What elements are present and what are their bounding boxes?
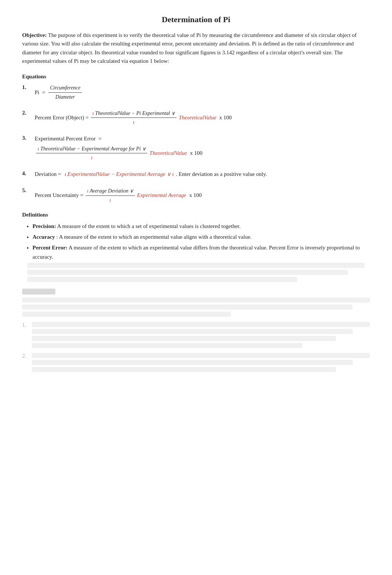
equation-4: 4. Deviation = ι ExperimentalValue − Exp…	[22, 170, 370, 179]
eq3-label: Experimental Percent Error =	[35, 136, 102, 142]
eq2-extra: TheoreticalValue	[179, 113, 216, 123]
def-percenterror-text: A measure of the extent to which an expe…	[32, 245, 360, 260]
objective-label: Objective:	[22, 32, 47, 38]
eq1-inline: Pi = Circumference Diameter	[35, 84, 83, 102]
eq2-body: Percent Error (Object) = ι TheoreticalVa…	[35, 109, 370, 127]
eq5-label: Percent Uncertainty =	[35, 191, 83, 200]
definitions-section: Definitions Precision: A measure of the …	[22, 212, 370, 282]
eq2-numerator: ι TheoreticalValue − Pi Experimental ∨	[91, 109, 176, 118]
eq5-numerator: ι Average Deviation ∨	[86, 187, 135, 196]
equation-3: 3. Experimental Percent Error = ι Theore…	[22, 134, 370, 162]
eq1-fraction: Circumference Diameter	[48, 84, 82, 102]
eq5-fraction: ι Average Deviation ∨ ι	[86, 187, 135, 205]
blurred-item-1: 1.	[22, 322, 370, 350]
def-precision-term: Precision:	[32, 223, 56, 229]
eq1-label: Pi =	[35, 88, 45, 98]
blurred-results-para-3	[22, 312, 231, 317]
eq4-note: . Enter deviation as a positive value on…	[175, 170, 267, 179]
blurred-results-para-2	[22, 304, 353, 310]
eq4-row: Deviation = ι ExperimentalValue − Experi…	[35, 170, 370, 179]
definition-precision: Precision: A measure of the extent to wh…	[32, 222, 370, 231]
def-precision-text: A measure of the extent to which a set o…	[57, 223, 241, 229]
eq2-row: Percent Error (Object) = ι TheoreticalVa…	[35, 109, 370, 127]
blurred-item-2: 2.	[22, 353, 370, 374]
blurred-results-title	[22, 289, 55, 295]
eq2-denominator: ι	[131, 118, 136, 127]
equations-heading: Equations	[22, 74, 370, 80]
eq3-row2: ι TheoreticalValue − Experimental Averag…	[35, 144, 370, 163]
eq4-formula: ι ExperimentalValue − Experimental Avera…	[65, 170, 174, 179]
eq3-row1: Experimental Percent Error =	[35, 134, 370, 144]
eq3-fraction: ι TheoreticalValue − Experimental Averag…	[36, 144, 147, 163]
eq5-row: Percent Uncertainty = ι Average Deviatio…	[35, 187, 370, 205]
eq3-extra: TheoreticalValue	[149, 149, 187, 158]
def-accuracy-term: Accuracy	[32, 234, 55, 240]
blurred-results-para-1	[22, 297, 370, 303]
def-accuracy-text: : A measure of the extent to which an ex…	[56, 234, 252, 240]
eq1-numerator: Circumference	[48, 84, 82, 93]
eq1-number: 1.	[22, 84, 32, 91]
page-title: Determination of Pi	[22, 15, 370, 24]
equation-2: 2. Percent Error (Object) = ι Theoretica…	[22, 109, 370, 127]
blurred-line-1	[27, 263, 365, 268]
objective-block: Objective: The purpose of this experimen…	[22, 31, 370, 65]
eq5-body: Percent Uncertainty = ι Average Deviatio…	[35, 187, 370, 205]
eq5-extra: Experimental Average	[137, 191, 186, 200]
blurred-line-3	[27, 277, 297, 282]
eq3-denominator: ι	[89, 153, 94, 162]
eq4-body: Deviation = ι ExperimentalValue − Experi…	[35, 170, 370, 179]
definition-percent-error: Percent Error: A measure of the extent t…	[32, 243, 370, 262]
eq3-body: Experimental Percent Error = ι Theoretic…	[35, 134, 370, 162]
eq2-fraction: ι TheoreticalValue − Pi Experimental ∨ ι	[91, 109, 176, 127]
eq4-label: Deviation =	[35, 170, 64, 179]
definition-blurred-item	[32, 263, 370, 282]
definitions-list: Precision: A measure of the extent to wh…	[32, 222, 370, 282]
eq3-numerator: ι TheoreticalValue − Experimental Averag…	[36, 144, 147, 154]
equations-section: Equations 1. Pi = Circumference Diameter…	[22, 74, 370, 204]
eq1-denominator: Diameter	[54, 93, 76, 102]
eq5-denominator: ι	[108, 196, 113, 205]
blurred-numbered-list: 1. 2.	[22, 322, 370, 374]
eq2-number: 2.	[22, 110, 32, 116]
objective-text: The purpose of this experiment is to ver…	[22, 32, 357, 64]
eq3-multiplier: x 100	[190, 149, 203, 158]
definitions-heading: Definitions	[22, 212, 370, 218]
eq5-number: 5.	[22, 187, 32, 194]
definition-accuracy: Accuracy : A measure of the extent to wh…	[32, 232, 370, 242]
eq5-multiplier: x 100	[189, 191, 202, 200]
def-percenterror-term: Percent Error:	[32, 245, 68, 251]
blurred-results-section: 1. 2.	[22, 289, 370, 374]
equation-1: 1. Pi = Circumference Diameter	[22, 84, 370, 102]
eq2-multiplier: x 100	[219, 113, 232, 123]
blurred-line-2	[27, 270, 348, 275]
eq2-label: Percent Error (Object) =	[35, 113, 89, 123]
eq3-number: 3.	[22, 135, 32, 141]
eq1-body: Pi = Circumference Diameter	[35, 84, 370, 102]
equation-5: 5. Percent Uncertainty = ι Average Devia…	[22, 187, 370, 205]
eq4-number: 4.	[22, 170, 32, 177]
